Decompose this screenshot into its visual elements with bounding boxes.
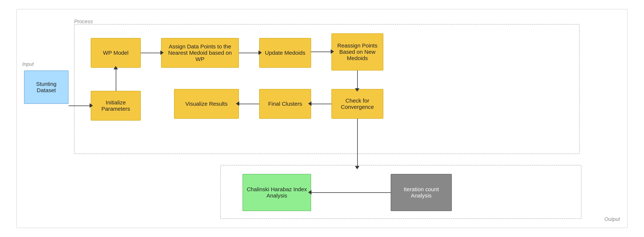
arrow-update-to-reassign [311,52,332,52]
arrowhead-check-to-final [308,101,312,106]
arrowhead-final-to-visualize [236,101,239,106]
process-label: Process [74,19,93,25]
arrow-input-to-init [68,106,91,106]
arrowhead-check-to-output [355,166,360,169]
output-label: Output [604,216,620,222]
iteration-count-node: Iteration count Analysis [391,174,452,211]
arrow-assign-to-update [239,53,259,53]
arrowhead-iteration-to-chalinski [308,190,312,194]
assign-data-points-node: Assign Data Points to the Nearest Medoid… [161,38,239,68]
check-convergence-node: Check for Convergence [332,89,383,119]
arrow-wp-to-assign [141,53,161,53]
stunting-dataset-node: Stunting Dataset [24,71,68,104]
arrowhead-init-to-wp [114,66,118,69]
arrowhead-update-to-reassign [331,49,334,54]
final-clusters-node: Final Clusters [259,89,311,119]
update-medoids-node: Update Medoids [259,38,311,68]
arrowhead-assign-to-update [258,51,262,55]
arrow-check-to-output [357,119,358,167]
arrowhead-reassign-to-check [355,88,360,92]
arrow-check-to-final [311,104,332,104]
process-region [74,24,580,154]
main-diagram: Input Process Output Stunting Dataset WP… [16,9,628,228]
input-label: Input [22,61,34,67]
arrow-reassign-to-check [357,71,358,89]
arrowhead-input-to-init [90,103,93,108]
arrow-final-to-visualize [239,104,259,104]
arrowhead-wp-to-assign [160,51,164,55]
chalinski-node: Chalinski Harabaz Index Analysis [242,174,311,211]
wp-model-node: WP Model [91,38,141,68]
arrow-init-to-wp [116,69,116,91]
arrow-iteration-to-chalinski [311,192,391,193]
visualize-results-node: Visualize Results [174,89,239,119]
reassign-points-node: Reassign Points Based on New Medoids [332,33,383,71]
initialize-params-node: Initialize Parameters [91,91,141,121]
